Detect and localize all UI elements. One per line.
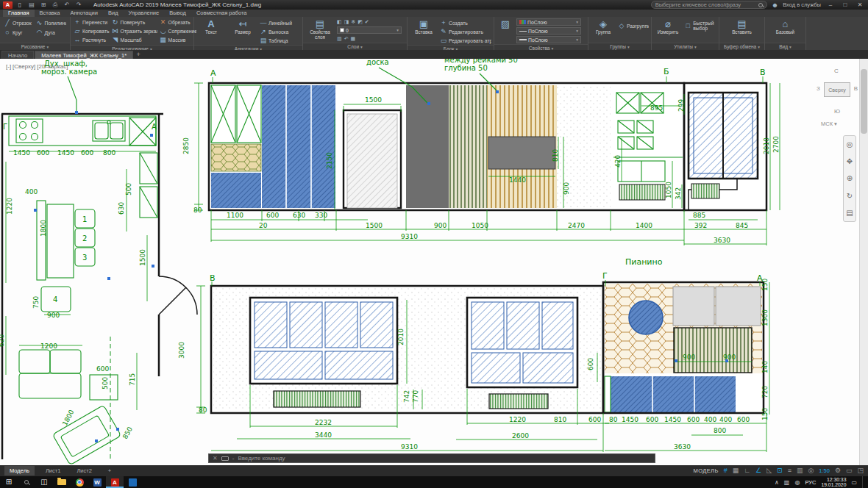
- polar-tracking-toggle[interactable]: ∠: [755, 466, 761, 476]
- ortho-mode-toggle[interactable]: ∟: [744, 466, 750, 476]
- chrome-icon[interactable]: [71, 476, 88, 488]
- scale-button[interactable]: ◥Масштаб: [112, 36, 157, 43]
- floor-plan[interactable]: [1, 114, 197, 465]
- grip-point[interactable]: [107, 277, 110, 280]
- save-icon[interactable]: ⊞: [39, 1, 48, 10]
- mirror-button[interactable]: ⋈Отразить зеркально: [112, 27, 157, 35]
- isodraft-toggle[interactable]: ◺: [766, 466, 772, 476]
- arc-button[interactable]: ◠Дуга: [36, 29, 67, 36]
- word-icon[interactable]: W: [88, 476, 106, 488]
- lineweight-dropdown[interactable]: ПоСлою▾: [516, 36, 581, 43]
- viewcube[interactable]: С З Сверху В Ю: [815, 68, 859, 115]
- kitchen-counter[interactable]: [9, 116, 157, 218]
- groups-panel-title[interactable]: Группы▾: [588, 43, 651, 50]
- search-button[interactable]: [18, 476, 35, 488]
- viewport-pane-control[interactable]: [-]: [6, 63, 11, 70]
- new-file-icon[interactable]: ▯: [15, 1, 24, 10]
- make-current-icon[interactable]: ✔: [365, 18, 369, 25]
- quick-select-button[interactable]: □Быстрый выбор: [684, 20, 716, 32]
- command-line[interactable]: ✕ - Введите команду: [208, 453, 655, 463]
- commandline-close-icon[interactable]: ✕: [213, 455, 218, 462]
- grid-display-toggle[interactable]: #: [724, 466, 728, 476]
- stretch-button[interactable]: ↔Растянуть: [74, 36, 110, 43]
- text-button[interactable]: АТекст: [196, 18, 226, 35]
- layer-walk-icon[interactable]: ▦: [351, 35, 356, 42]
- ribbon-tab-Совместная работа[interactable]: Совместная работа: [191, 10, 252, 17]
- paste-button[interactable]: ▤Вставить: [728, 18, 757, 35]
- drawing-area[interactable]: Дух. шкаф,мороз. камерадоскамежду рейкам…: [0, 59, 868, 465]
- viewcube-west[interactable]: З: [817, 85, 820, 92]
- viewcube-south[interactable]: Ю: [834, 108, 840, 115]
- circle-button[interactable]: ○Круг: [4, 29, 35, 36]
- file-tab-document[interactable]: Малеев Тимофей_ЖК Сельну_1*: [35, 51, 133, 59]
- minimize-button[interactable]: –: [825, 1, 836, 8]
- viewcube-north[interactable]: С: [834, 68, 839, 74]
- open-file-icon[interactable]: ▤: [27, 1, 36, 10]
- grip-point[interactable]: [150, 134, 153, 137]
- dimension-button[interactable]: ↤Размер: [228, 18, 257, 35]
- ungroup-button[interactable]: ◇Разгруппировать: [618, 20, 649, 32]
- wardrobe-panel[interactable]: [262, 85, 335, 208]
- modify-panel-title[interactable]: Редактирование▾: [71, 45, 193, 50]
- grip-point[interactable]: [95, 439, 98, 442]
- slat-panel-piano[interactable]: [674, 328, 752, 373]
- radiator[interactable]: [274, 391, 360, 407]
- trim-button[interactable]: ✕Обрезать: [160, 18, 196, 26]
- annotation-panel-title[interactable]: Аннотации▾: [194, 45, 302, 50]
- action-center-icon[interactable]: ▭: [851, 479, 857, 486]
- layers-panel-title[interactable]: Слои▾: [303, 43, 407, 50]
- model-tab[interactable]: Модель: [4, 466, 35, 476]
- draw-panel-title[interactable]: Рисование▾: [0, 43, 70, 50]
- app-menu-button[interactable]: A: [3, 1, 13, 9]
- zoom-icon[interactable]: ⊕: [847, 174, 853, 182]
- app-icon-blue[interactable]: [124, 476, 141, 488]
- match-layer-icon[interactable]: ▥: [337, 35, 342, 42]
- object-snap-toggle[interactable]: ⊡: [777, 466, 783, 476]
- grip-point[interactable]: [675, 359, 677, 362]
- signin-label[interactable]: Вход в службы: [783, 1, 821, 8]
- dining-table[interactable]: [47, 204, 74, 278]
- layout1-tab[interactable]: Лист1: [40, 466, 65, 476]
- grip-point[interactable]: [427, 102, 430, 105]
- search-icon[interactable]: [758, 3, 763, 7]
- viewport-controls[interactable]: [-] [Сверху] [2D-каркас]: [6, 63, 68, 70]
- base-view-button[interactable]: ⌂Базовый: [771, 18, 800, 35]
- bench[interactable]: [37, 201, 46, 280]
- base-cabinet-hatch[interactable]: [211, 173, 261, 208]
- edit-block-button[interactable]: ✎Редактировать: [440, 28, 491, 35]
- layer-isolate-icon[interactable]: ◨: [344, 18, 349, 25]
- polyline-button[interactable]: ∿Полилиния: [36, 19, 67, 26]
- maximize-button[interactable]: □: [840, 1, 850, 8]
- line-button[interactable]: ╱Отрезок: [4, 19, 35, 26]
- sofa[interactable]: [19, 373, 81, 398]
- redo-icon[interactable]: ↷: [74, 1, 83, 10]
- grip-point[interactable]: [116, 428, 119, 431]
- undo-icon[interactable]: ↶: [63, 1, 71, 10]
- slat-panel-green[interactable]: [449, 85, 487, 208]
- linear-dim-button[interactable]: —Линейный: [260, 19, 298, 26]
- elevation-bottom[interactable]: [211, 282, 764, 413]
- grip-point[interactable]: [496, 90, 499, 93]
- layer-freeze-icon[interactable]: ❄: [351, 18, 355, 25]
- layer-lock-icon[interactable]: ◩: [357, 18, 363, 25]
- leader-button[interactable]: ↗Выноска: [260, 28, 298, 35]
- taskbar-clock[interactable]: 12:30:33 19.01.2020: [821, 477, 846, 487]
- selection-cycling-toggle[interactable]: ◎: [808, 466, 814, 476]
- vertical-scrollbar[interactable]: [859, 59, 868, 465]
- table-button[interactable]: ▤Таблица: [260, 37, 298, 44]
- show-desktop-button[interactable]: [862, 476, 865, 488]
- language-indicator[interactable]: РУС: [805, 479, 816, 486]
- transparency-toggle[interactable]: ▥: [797, 466, 803, 476]
- grip-point[interactable]: [725, 359, 728, 362]
- move-button[interactable]: +Перенести: [74, 18, 110, 26]
- user-account-icon[interactable]: ☻: [772, 1, 778, 9]
- viewcube-top-face[interactable]: Сверху: [824, 82, 850, 97]
- layer-off-icon[interactable]: ◧: [337, 18, 342, 25]
- block-panel-title[interactable]: Блок▾: [408, 45, 494, 50]
- tray-expand-icon[interactable]: ∧: [775, 479, 779, 486]
- radiator[interactable]: [691, 184, 719, 198]
- grip-point[interactable]: [75, 111, 78, 114]
- ribbon-tab-Аннотации[interactable]: Аннотации: [65, 10, 103, 17]
- scrollbar-thumb[interactable]: [861, 69, 867, 134]
- layer-dropdown[interactable]: 0▾: [337, 26, 402, 34]
